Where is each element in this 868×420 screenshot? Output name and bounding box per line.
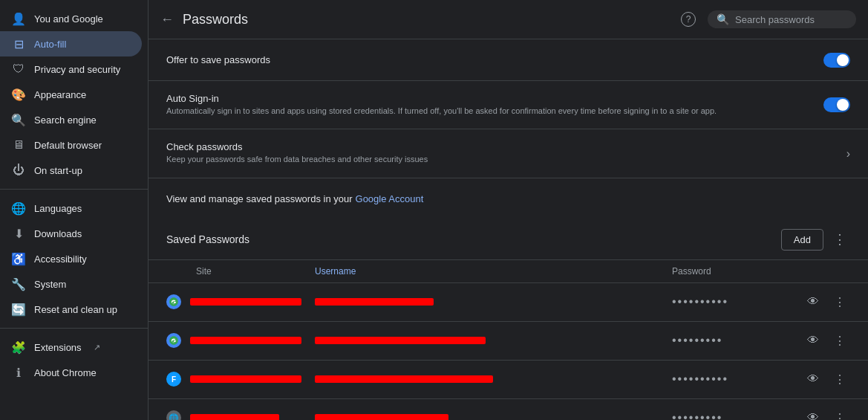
sidebar-item-search-engine[interactable]: 🔍 Search engine xyxy=(0,107,142,132)
sidebar-item-default-browser[interactable]: 🖥 Default browser xyxy=(0,132,142,158)
row-more-button[interactable]: ⋮ xyxy=(829,407,850,420)
row-more-button[interactable]: ⋮ xyxy=(829,330,850,351)
sidebar-divider-1 xyxy=(0,189,148,190)
page-header: ← Passwords ? 🔍 xyxy=(149,0,868,39)
username-cell xyxy=(315,335,672,346)
table-header: Site Username Password xyxy=(149,260,868,283)
eye-icon: 👁 xyxy=(807,334,819,347)
show-password-button[interactable]: 👁 xyxy=(803,291,823,312)
sidebar-item-privacy-security[interactable]: 🛡 Privacy and security xyxy=(0,56,142,82)
password-cell: ••••••••• xyxy=(672,411,791,420)
sidebar-item-reset-clean[interactable]: 🔄 Reset and clean up xyxy=(0,297,142,322)
row-actions: 👁 ⋮ xyxy=(791,407,850,420)
sidebar-item-languages[interactable]: 🌐 Languages xyxy=(0,196,142,221)
external-link-icon: ↗ xyxy=(94,343,100,352)
google-account-link[interactable]: Google Account xyxy=(356,193,424,204)
password-cell: ••••••••• xyxy=(672,334,791,347)
username-cell xyxy=(315,374,672,385)
browser-icon: 🖥 xyxy=(12,138,25,152)
site-column-header: Site xyxy=(166,266,315,277)
sidebar-item-label: Auto-fill xyxy=(34,39,66,50)
more-dots-icon: ⋮ xyxy=(833,231,846,248)
site-name-redacted xyxy=(190,375,301,383)
sidebar-item-label: About Chrome xyxy=(34,367,97,378)
sidebar-item-you-and-google[interactable]: 👤 You and Google xyxy=(0,6,142,31)
username-redacted xyxy=(315,337,486,344)
sidebar-item-label: You and Google xyxy=(34,13,103,25)
row-actions: 👁 ⋮ xyxy=(791,330,850,351)
more-dots-icon: ⋮ xyxy=(834,295,846,309)
globe-icon: 🌐 xyxy=(12,201,25,215)
autofill-icon: ⊟ xyxy=(12,37,25,51)
site-cell: 🌐 xyxy=(166,410,315,420)
username-column-header: Username xyxy=(315,266,672,277)
more-options-button[interactable]: ⋮ xyxy=(829,229,850,250)
username-redacted xyxy=(315,298,434,306)
show-password-button[interactable]: 👁 xyxy=(803,369,823,390)
eye-icon: 👁 xyxy=(807,372,819,386)
show-password-button[interactable]: 👁 xyxy=(803,330,823,351)
more-dots-icon: ⋮ xyxy=(834,411,846,420)
startup-icon: ⏻ xyxy=(12,164,25,177)
sidebar-item-label: Search engine xyxy=(34,114,97,126)
sidebar-item-accessibility[interactable]: ♿ Accessibility xyxy=(0,246,142,271)
actions-column-header xyxy=(791,266,850,277)
person-icon: 👤 xyxy=(12,12,25,25)
page-title: Passwords xyxy=(183,12,669,28)
auto-signin-toggle[interactable] xyxy=(823,97,850,112)
accessibility-icon: ♿ xyxy=(12,252,25,265)
sidebar-item-on-startup[interactable]: ⏻ On start-up xyxy=(0,158,142,183)
site-cell xyxy=(166,294,315,309)
auto-signin-row: Auto Sign-in Automatically sign in to si… xyxy=(149,81,868,129)
sidebar-item-label: Accessibility xyxy=(34,253,87,265)
check-passwords-title: Check passwords xyxy=(166,141,846,152)
site-name-redacted xyxy=(190,414,279,420)
search-box[interactable]: 🔍 xyxy=(708,10,856,28)
search-icon: 🔍 xyxy=(717,13,729,25)
row-more-button[interactable]: ⋮ xyxy=(829,291,850,312)
username-redacted xyxy=(315,414,448,420)
search-input[interactable] xyxy=(735,14,847,25)
sidebar-item-autofill[interactable]: ⊟ Auto-fill xyxy=(0,31,142,56)
site-name-redacted xyxy=(190,337,301,344)
auto-signin-title: Auto Sign-in xyxy=(166,93,812,104)
manage-link-row: View and manage saved passwords in your … xyxy=(149,178,868,220)
back-arrow-icon: ← xyxy=(160,12,174,28)
sidebar-item-system[interactable]: 🔧 System xyxy=(0,271,142,297)
sidebar-item-extensions[interactable]: 🧩 Extensions ↗ xyxy=(0,335,142,360)
toggle-thumb xyxy=(837,99,849,111)
username-redacted xyxy=(315,375,493,383)
extensions-icon: 🧩 xyxy=(12,340,25,354)
check-passwords-desc: Keep your passwords safe from data breac… xyxy=(166,154,846,165)
row-actions: 👁 ⋮ xyxy=(791,291,850,312)
sidebar-item-label: On start-up xyxy=(34,165,82,176)
site-name-redacted xyxy=(190,298,301,306)
sidebar-item-about-chrome[interactable]: ℹ About Chrome xyxy=(0,360,142,385)
download-icon: ⬇ xyxy=(12,227,25,240)
offer-save-toggle[interactable] xyxy=(823,53,850,68)
table-row: F •••••••••• 👁 ⋮ xyxy=(149,361,868,399)
appearance-icon: 🎨 xyxy=(12,88,25,101)
sidebar-item-label: Languages xyxy=(34,203,82,214)
check-passwords-row[interactable]: Check passwords Keep your passwords safe… xyxy=(149,129,868,178)
sidebar-divider-2 xyxy=(0,328,148,329)
back-button[interactable]: ← xyxy=(160,12,174,28)
sidebar-item-label: Downloads xyxy=(34,228,82,239)
add-password-button[interactable]: Add xyxy=(781,229,823,251)
site-favicon: F xyxy=(166,372,181,387)
sidebar-item-label: Appearance xyxy=(34,89,86,100)
show-password-button[interactable]: 👁 xyxy=(803,407,823,420)
site-cell xyxy=(166,333,315,348)
sidebar-item-appearance[interactable]: 🎨 Appearance xyxy=(0,82,142,107)
main-content: ← Passwords ? 🔍 Offer to save passwords xyxy=(149,0,868,420)
shield-icon: 🛡 xyxy=(12,62,25,76)
sidebar-item-downloads[interactable]: ⬇ Downloads xyxy=(0,221,142,246)
help-button[interactable]: ? xyxy=(678,9,699,30)
sidebar-item-label: Extensions xyxy=(34,342,82,353)
system-icon: 🔧 xyxy=(12,277,25,291)
row-more-button[interactable]: ⋮ xyxy=(829,369,850,390)
reset-icon: 🔄 xyxy=(12,303,25,316)
sidebar-item-label: System xyxy=(34,279,66,290)
table-row: ••••••••• 👁 ⋮ xyxy=(149,322,868,361)
table-row: 🌐 ••••••••• 👁 ⋮ xyxy=(149,399,868,420)
